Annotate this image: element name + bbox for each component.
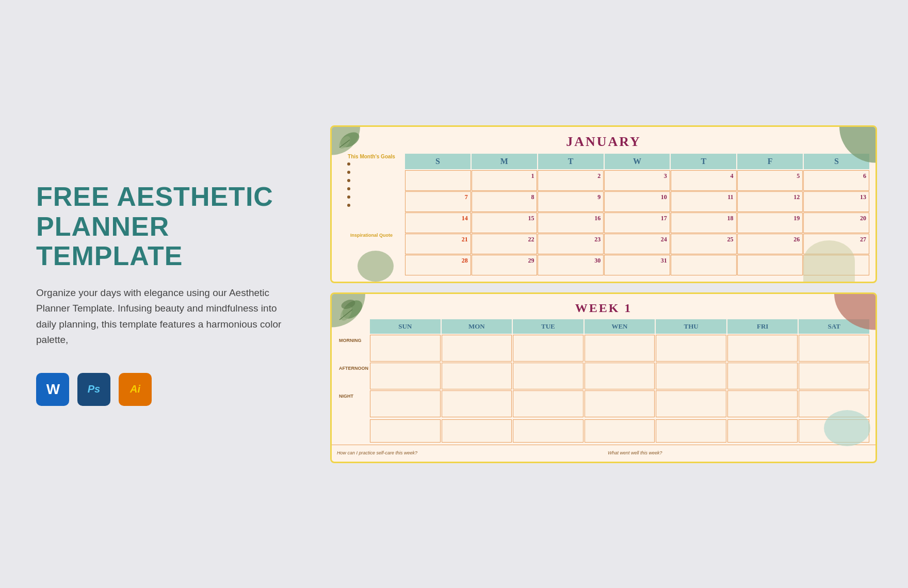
cal-cell-13: 13 [803,191,869,212]
leaf-decoration-weekly [337,297,368,322]
cal-cell-6: 6 [803,170,869,191]
word-icon[interactable]: W [36,373,69,406]
morning-label: MORNING [338,335,369,362]
weekly-day-wen: WEN [585,319,655,334]
morning-sun[interactable] [370,335,441,362]
notes-wen[interactable] [585,419,655,443]
app-icons-row: W Ps Ai [36,373,284,406]
afternoon-sat[interactable] [799,363,869,389]
day-header-t2: T [671,154,736,169]
day-header-t1: T [538,154,604,169]
main-title: FREE AESTHETIC PLANNER TEMPLATE [36,182,284,271]
day-header-s1: S [405,154,471,169]
night-wen[interactable] [585,390,655,417]
cal-cell-17: 17 [604,213,670,233]
morning-tue[interactable] [513,335,583,362]
title-line-1: FREE AESTHETIC [36,182,273,211]
calendar-week-2: 7 8 9 10 11 12 13 [405,191,869,212]
morning-mon[interactable] [442,335,512,362]
notes-mon[interactable] [442,419,512,443]
cal-cell-7: 7 [405,191,471,212]
cal-cell-empty-1 [405,170,471,191]
afternoon-mon[interactable] [442,363,512,389]
afternoon-tue[interactable] [513,363,583,389]
calendar-week-3: 14 15 16 17 18 19 20 [405,213,869,233]
cal-cell-26: 26 [737,234,803,254]
cal-cell-18: 18 [671,213,737,233]
cal-cell-21: 21 [405,234,471,254]
goal-dot-6 [347,204,350,207]
illustrator-icon[interactable]: Ai [119,373,152,406]
afternoon-thu[interactable] [656,363,726,389]
cal-cell-22: 22 [472,234,538,254]
title-line-2: PLANNER TEMPLATE [36,211,183,271]
cal-cell-20: 20 [803,213,869,233]
weekly-day-sun: SUN [370,319,441,334]
night-thu[interactable] [656,390,726,417]
weekly-title: WEEK 1 [332,294,875,319]
calendar-grid: S M T W T F S 1 2 3 4 5 [405,154,869,275]
day-header-m: M [472,154,537,169]
calendar-body: This Month's Goals Inspirational Quote S… [332,154,875,282]
night-tue[interactable] [513,390,583,417]
morning-fri[interactable] [727,335,798,362]
cal-cell-12: 12 [737,191,803,212]
afternoon-fri[interactable] [727,363,798,389]
cal-cell-1: 1 [472,170,538,191]
january-calendar-card: JANUARY This Month's Goals Inspirational… [330,125,877,283]
weekly-day-headers: SUN MON TUE WEN THU FRI SAT [338,319,869,334]
night-fri[interactable] [727,390,798,417]
morning-row: MORNING [338,335,869,362]
left-panel: FREE AESTHETIC PLANNER TEMPLATE Organize… [0,151,320,436]
day-header-f: F [737,154,803,169]
night-sun[interactable] [370,390,441,417]
afternoon-sun[interactable] [370,363,441,389]
calendar-week-4: 21 22 23 24 25 26 27 [405,234,869,254]
morning-sat[interactable] [799,335,869,362]
cal-cell-31: 31 [604,255,670,275]
cal-cell-24: 24 [604,234,670,254]
cal-cell-23: 23 [538,234,604,254]
calendar-week-5: 28 29 30 31 [405,255,869,275]
cal-cell-4: 4 [671,170,737,191]
notes-fri[interactable] [727,419,798,443]
cal-cell-3: 3 [604,170,670,191]
cal-cell-30: 30 [538,255,604,275]
goal-dot-4 [347,187,350,190]
weekly-planner-card: WEEK 1 SUN MON TUE WEN THU FRI SAT MORNI… [330,292,877,463]
inspirational-quote-label: Inspirational Quote [342,233,401,238]
description-text: Organize your days with elegance using o… [36,285,284,348]
cal-cell-8: 8 [472,191,538,212]
afternoon-row: AFTERNOON [338,363,869,389]
night-label: NIGHT [338,390,369,417]
cal-cell-9: 9 [538,191,604,212]
weekly-footer: How can I practice self-care this week? … [332,445,875,462]
morning-thu[interactable] [656,335,726,362]
day-headers-row: S M T W T F S [405,154,869,169]
weekly-deco-bottom-right [824,410,870,446]
cal-cell-11: 11 [671,191,737,212]
cal-cell-empty-2 [671,255,737,275]
notes-tue[interactable] [513,419,583,443]
footer-question-2: What went well this week? [605,449,873,456]
cal-cell-5: 5 [737,170,803,191]
night-mon[interactable] [442,390,512,417]
weekly-body: SUN MON TUE WEN THU FRI SAT MORNING [332,319,875,443]
calendar-month-title: JANUARY [332,127,875,154]
cal-cell-2: 2 [538,170,604,191]
notes-thu[interactable] [656,419,726,443]
weekly-day-tue: TUE [513,319,583,334]
goal-dot-1 [347,162,350,166]
goal-dot-2 [347,171,350,174]
afternoon-wen[interactable] [585,363,655,389]
goals-title: This Month's Goals [342,154,401,159]
photoshop-icon[interactable]: Ps [77,373,110,406]
weekly-day-mon: MON [442,319,512,334]
leaf-decoration-calendar [337,129,363,150]
cal-cell-19: 19 [737,213,803,233]
cal-cell-10: 10 [604,191,670,212]
notes-sun[interactable] [370,419,441,443]
morning-wen[interactable] [585,335,655,362]
notes-spacer [338,419,369,443]
day-header-w: W [605,154,670,169]
